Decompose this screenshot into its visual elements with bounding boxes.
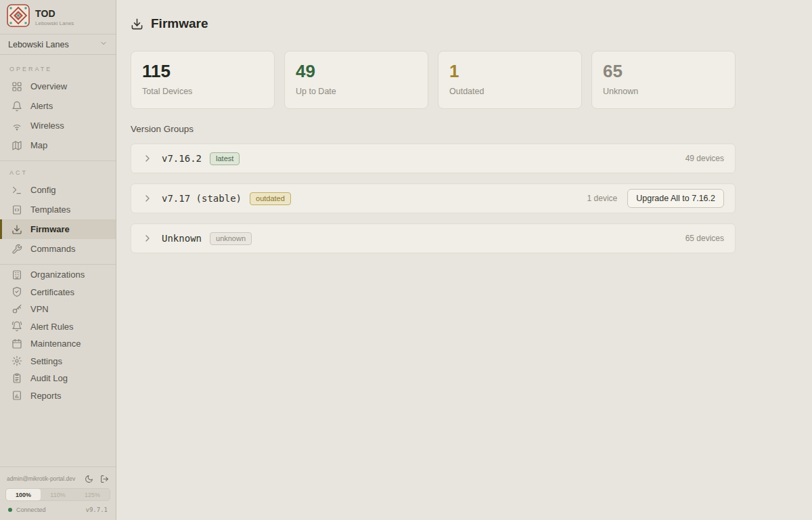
sidebar-item-commands[interactable]: Commands <box>0 239 116 259</box>
gear-icon <box>12 355 22 366</box>
sidebar-item-alert-rules[interactable]: Alert Rules <box>0 318 116 336</box>
sidebar-item-firmware[interactable]: Firmware <box>0 219 116 239</box>
sidebar-item-organizations[interactable]: Organizations <box>0 266 116 284</box>
status-badge: outdated <box>250 192 291 205</box>
chevron-right-icon[interactable] <box>142 233 153 244</box>
sidebar-item-wireless[interactable]: Wireless <box>0 116 116 135</box>
sidebar-item-overview[interactable]: Overview <box>0 77 116 96</box>
download-icon <box>12 224 22 235</box>
sidebar-item-label: Overview <box>30 81 67 91</box>
sidebar-item-label: Commands <box>30 244 75 254</box>
status-badge: latest <box>210 152 240 165</box>
stat-card-unknown: 65 Unknown <box>591 51 736 109</box>
user-email: admin@mikrotik-portal.dev <box>7 475 78 482</box>
zoom-100-button[interactable]: 100% <box>6 489 41 500</box>
app-title: TOD <box>35 8 74 19</box>
sidebar-item-label: Reports <box>30 391 62 401</box>
sidebar-item-config[interactable]: Config <box>0 180 116 200</box>
stat-value: 65 <box>603 62 724 82</box>
sidebar-item-label: Maintenance <box>30 339 81 349</box>
building-icon <box>12 269 22 280</box>
logo-block: TOD Lebowski Lanes <box>0 0 116 35</box>
version-group-row-latest[interactable]: v7.16.2 latest 49 devices <box>131 144 736 173</box>
version-name: v7.17 (stable) <box>162 193 242 204</box>
nav-divider <box>0 264 116 265</box>
download-icon <box>131 18 143 30</box>
page-title: Firmware <box>151 16 208 31</box>
status-badge: unknown <box>210 232 252 245</box>
sidebar-item-reports[interactable]: Reports <box>0 387 116 405</box>
bell-icon <box>12 101 22 112</box>
wifi-icon <box>12 121 22 131</box>
bell-ring-icon <box>12 321 22 332</box>
sidebar-item-label: Audit Log <box>30 373 68 383</box>
stat-label: Outdated <box>449 87 570 96</box>
version-group-row-outdated[interactable]: v7.17 (stable) outdated 1 device Upgrade… <box>131 183 736 213</box>
grid-icon <box>12 81 22 92</box>
stat-label: Unknown <box>603 87 724 96</box>
connection-status-dot <box>8 508 12 512</box>
sidebar-footer: admin@mikrotik-portal.dev 100% 110% 125%… <box>0 467 116 520</box>
upgrade-all-button[interactable]: Upgrade All to 7.16.2 <box>627 189 724 208</box>
sidebar-item-settings[interactable]: Settings <box>0 353 116 370</box>
sidebar-item-label: Settings <box>30 356 62 366</box>
sidebar: TOD Lebowski Lanes Lebowski Lanes OPERAT… <box>0 0 116 520</box>
sidebar-item-label: Templates <box>30 204 70 215</box>
main-content: Firmware 115 Total Devices 49 Up to Date… <box>116 0 812 520</box>
zoom-110-button[interactable]: 110% <box>41 489 75 500</box>
chevron-right-icon[interactable] <box>142 193 153 204</box>
stat-card-up-to-date: 49 Up to Date <box>284 51 428 109</box>
nav-section-operate: OPERATE <box>0 59 116 77</box>
device-count: 65 devices <box>685 234 724 243</box>
sidebar-item-maintenance[interactable]: Maintenance <box>0 335 116 353</box>
zoom-125-button[interactable]: 125% <box>75 489 110 500</box>
nav-divider <box>0 160 116 161</box>
stats-grid: 115 Total Devices 49 Up to Date 1 Outdat… <box>131 51 736 109</box>
device-count: 49 devices <box>685 154 724 163</box>
map-icon <box>12 140 22 151</box>
page-header: Firmware <box>131 16 736 31</box>
app-version: v9.7.1 <box>85 506 108 513</box>
sidebar-item-label: Wireless <box>30 121 64 131</box>
sidebar-item-label: Alerts <box>30 101 53 111</box>
sidebar-item-label: Config <box>30 185 56 195</box>
stat-card-outdated: 1 Outdated <box>438 51 582 109</box>
stat-value: 1 <box>449 62 570 82</box>
sidebar-item-alerts[interactable]: Alerts <box>0 96 116 116</box>
stat-label: Total Devices <box>142 87 263 96</box>
sidebar-item-label: Certificates <box>30 287 74 297</box>
shield-check-icon <box>12 286 22 297</box>
sidebar-item-templates[interactable]: Templates <box>0 200 116 219</box>
sidebar-item-label: Organizations <box>30 269 85 280</box>
sidebar-item-label: Alert Rules <box>30 322 74 332</box>
section-title-version-groups: Version Groups <box>131 124 736 134</box>
sidebar-item-audit-log[interactable]: Audit Log <box>0 370 116 387</box>
sidebar-nav: OPERATE Overview Alerts Wireless Map <box>0 55 116 467</box>
report-icon <box>12 390 22 401</box>
theme-toggle-moon-icon[interactable] <box>85 474 93 483</box>
chevron-right-icon[interactable] <box>142 153 153 164</box>
sidebar-item-certificates[interactable]: Certificates <box>0 284 116 301</box>
stat-value: 49 <box>296 62 417 82</box>
version-group-row-unknown[interactable]: Unknown unknown 65 devices <box>131 223 736 253</box>
stat-label: Up to Date <box>296 87 417 96</box>
sidebar-item-vpn[interactable]: VPN <box>0 301 116 318</box>
device-count: 1 device <box>587 194 618 203</box>
ui-zoom-control: 100% 110% 125% <box>5 488 110 501</box>
version-name: v7.16.2 <box>162 153 202 164</box>
sidebar-item-label: Map <box>30 140 47 150</box>
sidebar-item-label: VPN <box>30 304 49 314</box>
org-selector-value: Lebowski Lanes <box>8 40 69 49</box>
org-selector[interactable]: Lebowski Lanes <box>0 35 116 55</box>
version-name: Unknown <box>162 233 202 244</box>
sidebar-item-map[interactable]: Map <box>0 135 116 155</box>
chevron-down-icon <box>99 39 108 49</box>
stat-card-total-devices: 115 Total Devices <box>131 51 275 109</box>
nav-section-act: ACT <box>0 162 116 180</box>
logout-icon[interactable] <box>100 474 109 483</box>
terminal-icon <box>12 185 22 196</box>
file-code-icon <box>12 204 22 215</box>
calendar-icon <box>12 339 22 349</box>
sidebar-item-label: Firmware <box>30 224 70 234</box>
stat-value: 115 <box>142 62 263 82</box>
